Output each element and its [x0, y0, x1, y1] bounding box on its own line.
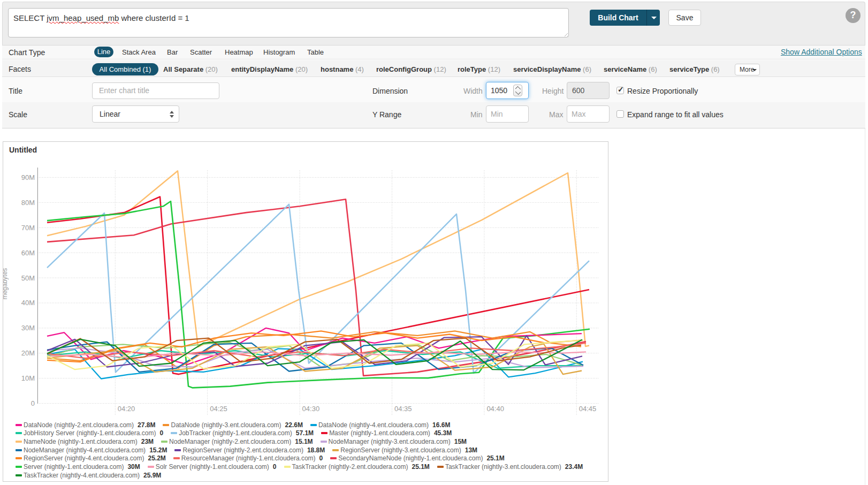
svg-text:70M: 70M	[21, 224, 35, 232]
svg-text:04:20: 04:20	[118, 405, 135, 413]
svg-text:10M: 10M	[21, 374, 35, 382]
svg-text:60M: 60M	[21, 249, 35, 257]
svg-text:04:35: 04:35	[394, 405, 412, 413]
svg-text:50M: 50M	[21, 274, 35, 282]
svg-text:04:30: 04:30	[302, 405, 320, 413]
svg-text:90M: 90M	[21, 173, 35, 181]
svg-text:04:40: 04:40	[486, 405, 504, 413]
svg-text:04:45: 04:45	[579, 405, 597, 413]
svg-text:megabytes: megabytes	[3, 268, 9, 300]
svg-text:20M: 20M	[21, 349, 35, 357]
svg-text:80M: 80M	[21, 199, 35, 207]
svg-text:30M: 30M	[21, 324, 35, 332]
svg-text:0: 0	[31, 399, 35, 407]
svg-text:40M: 40M	[21, 299, 35, 307]
svg-text:04:25: 04:25	[210, 405, 227, 413]
